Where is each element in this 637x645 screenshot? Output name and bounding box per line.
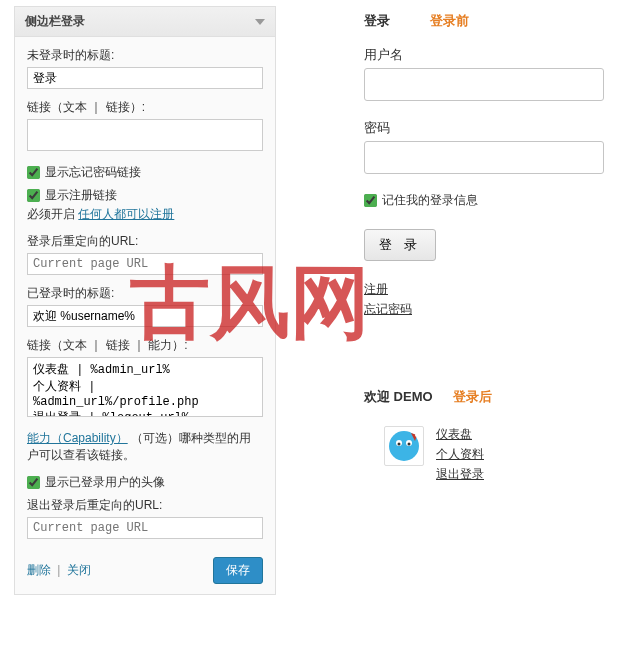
show-forgot-label: 显示忘记密码链接 <box>45 164 141 181</box>
anyone-can-register-link[interactable]: 任何人都可以注册 <box>78 207 174 221</box>
dashboard-link[interactable]: 仪表盘 <box>436 427 472 441</box>
delete-link[interactable]: 删除 <box>27 563 51 577</box>
links-textarea-1[interactable] <box>27 119 263 151</box>
after-login-label: 登录后 <box>453 388 492 406</box>
register-helper-text: 必须开启 <box>27 207 75 221</box>
username-field: 用户名 <box>364 46 624 101</box>
not-logged-title-label: 未登录时的标题: <box>27 47 263 64</box>
widget-header[interactable]: 侧边栏登录 <box>15 7 275 37</box>
footer-links: 删除 | 关闭 <box>27 562 91 579</box>
redirect-login-label: 登录后重定向的URL: <box>27 233 263 250</box>
chevron-down-icon <box>255 19 265 25</box>
save-button[interactable]: 保存 <box>213 557 263 584</box>
username-input[interactable] <box>364 68 604 101</box>
widget-body: 未登录时的标题: 链接（文本 ｜ 链接）: 显示忘记密码链接 显示注册链接 必须… <box>15 37 275 594</box>
redirect-logout-input[interactable] <box>27 517 263 539</box>
login-button[interactable]: 登 录 <box>364 229 436 261</box>
redirect-logout-label: 退出登录后重定向的URL: <box>27 497 263 514</box>
show-register-row: 显示注册链接 <box>27 187 263 204</box>
remember-label: 记住我的登录信息 <box>382 192 478 209</box>
login-button-row: 登 录 <box>364 229 624 261</box>
show-register-checkbox[interactable] <box>27 189 40 202</box>
show-avatar-row: 显示已登录用户的头像 <box>27 474 263 491</box>
redirect-login-input[interactable] <box>27 253 263 275</box>
logged-title-label: 已登录时的标题: <box>27 285 263 302</box>
show-forgot-row: 显示忘记密码链接 <box>27 164 263 181</box>
widget-footer: 删除 | 关闭 保存 <box>27 549 263 584</box>
user-links: 仪表盘 个人资料 退出登录 <box>436 426 484 486</box>
avatar-icon <box>387 429 421 463</box>
before-login-label: 登录前 <box>430 12 469 30</box>
show-avatar-checkbox[interactable] <box>27 476 40 489</box>
svg-point-4 <box>408 443 411 446</box>
widget-config-panel: 侧边栏登录 未登录时的标题: 链接（文本 ｜ 链接）: 显示忘记密码链接 显示注… <box>14 6 276 595</box>
logged-title-input[interactable] <box>27 305 263 327</box>
field-not-logged-title: 未登录时的标题: <box>27 47 263 89</box>
after-login-header: 欢迎 DEMO 登录后 <box>364 388 624 406</box>
auth-links: 注册 忘记密码 <box>364 281 624 318</box>
field-redirect-login: 登录后重定向的URL: <box>27 233 263 275</box>
field-links-1: 链接（文本 ｜ 链接）: <box>27 99 263 154</box>
widget-title: 侧边栏登录 <box>25 13 85 30</box>
svg-point-5 <box>415 433 419 437</box>
profile-link[interactable]: 个人资料 <box>436 447 484 461</box>
capability-row: 能力（Capability） （可选）哪种类型的用户可以查看该链接。 <box>27 430 263 464</box>
register-link[interactable]: 注册 <box>364 282 388 296</box>
user-section: 仪表盘 个人资料 退出登录 <box>384 426 624 486</box>
close-link[interactable]: 关闭 <box>67 563 91 577</box>
field-redirect-logout: 退出登录后重定向的URL: <box>27 497 263 539</box>
register-helper-row: 必须开启 任何人都可以注册 <box>27 206 263 223</box>
remember-row: 记住我的登录信息 <box>364 192 624 209</box>
separator: | <box>57 563 60 577</box>
svg-point-3 <box>398 443 401 446</box>
links-label-2: 链接（文本 ｜ 链接 ｜ 能力）: <box>27 337 263 354</box>
before-login-header: 登录 登录前 <box>364 12 624 30</box>
remember-checkbox[interactable] <box>364 194 377 207</box>
links-label-1: 链接（文本 ｜ 链接）: <box>27 99 263 116</box>
forgot-password-link[interactable]: 忘记密码 <box>364 302 412 316</box>
password-label: 密码 <box>364 119 624 137</box>
show-avatar-label: 显示已登录用户的头像 <box>45 474 165 491</box>
not-logged-title-input[interactable] <box>27 67 263 89</box>
password-field: 密码 <box>364 119 624 174</box>
links-textarea-2[interactable]: 仪表盘 | %admin_url% 个人资料 | %admin_url%/pro… <box>27 357 263 417</box>
avatar <box>384 426 424 466</box>
login-heading: 登录 <box>364 12 390 30</box>
welcome-text: 欢迎 DEMO <box>364 388 433 406</box>
username-label: 用户名 <box>364 46 624 64</box>
password-input[interactable] <box>364 141 604 174</box>
field-links-2: 链接（文本 ｜ 链接 ｜ 能力）: 仪表盘 | %admin_url% 个人资料… <box>27 337 263 420</box>
capability-link[interactable]: 能力（Capability） <box>27 431 128 445</box>
field-logged-title: 已登录时的标题: <box>27 285 263 327</box>
logout-link[interactable]: 退出登录 <box>436 467 484 481</box>
preview-area: 登录 登录前 用户名 密码 记住我的登录信息 登 录 注册 忘记密码 欢迎 DE… <box>364 12 624 486</box>
show-forgot-checkbox[interactable] <box>27 166 40 179</box>
show-register-label: 显示注册链接 <box>45 187 117 204</box>
